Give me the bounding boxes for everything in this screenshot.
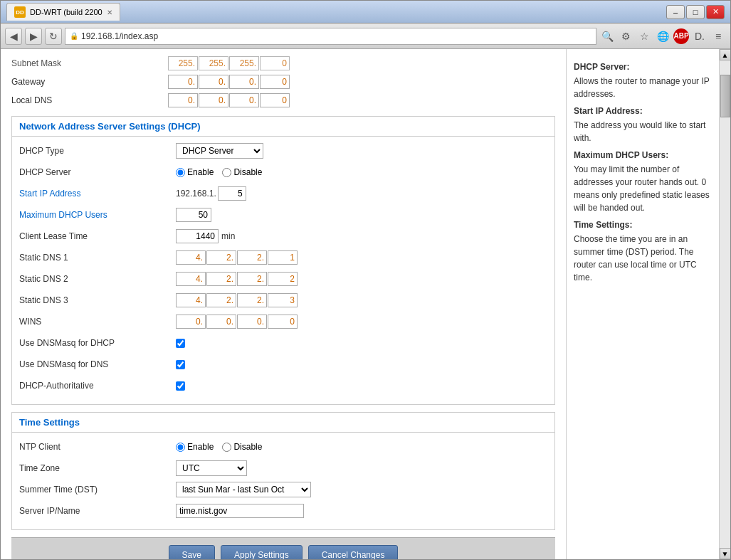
more-icon[interactable]: ≡ [710,28,726,44]
static-dns1-octet-2[interactable] [206,250,236,265]
static-dns3-octet-2[interactable] [206,293,236,307]
static-dns3-octet-4[interactable] [268,293,298,307]
search-icon[interactable]: 🔍 [599,28,615,44]
sidebar-start-ip-heading: Start IP Address: [574,106,712,116]
apply-settings-button[interactable]: Apply Settings [221,545,303,559]
menu-icon[interactable]: D. [692,28,708,44]
refresh-button[interactable]: ↻ [45,28,62,45]
static-dns2-octet-2[interactable] [206,272,236,286]
static-dns3-octet-3[interactable] [237,293,267,307]
content-area: Subnet Mask Gateway [1,49,730,559]
tab-title: DD-WRT (build 2200 [30,8,102,16]
summer-time-select[interactable]: last Sun Mar - last Sun Oct Disabled [176,482,311,497]
static-dns1-octet-4[interactable] [268,250,298,265]
wins-octet-3[interactable] [237,315,267,329]
sidebar: DHCP Server: Allows the router to manage… [566,49,719,559]
lease-time-row: Client Lease Time min [19,228,547,245]
dhcp-auth-label: DHCP-Authoritative [19,381,176,391]
gateway-octet-1[interactable] [168,75,198,89]
gateway-octet-4[interactable] [260,75,290,89]
close-button[interactable]: ✕ [706,5,725,19]
dhcp-server-enable-label[interactable]: Enable [176,167,214,177]
dhcp-type-select[interactable]: DHCP Server DHCP Forwarder Disabled [176,143,263,159]
local-dns-octet-4[interactable] [260,93,290,107]
dhcp-section-header: Network Address Server Settings (DHCP) [12,117,554,137]
static-dns2-octet-1[interactable] [176,272,206,286]
gateway-inputs [168,75,290,89]
server-ip-input[interactable] [176,504,304,518]
static-dns1-octet-1[interactable] [176,250,206,265]
address-bar[interactable]: 🔒 192.168.1/index.asp [65,28,596,45]
dnsmasq-dns-checkbox[interactable] [176,360,185,369]
browser-icon[interactable]: 🌐 [655,28,670,44]
subnet-octet-3[interactable] [229,56,259,70]
static-dns2-octet-3[interactable] [237,272,267,286]
scroll-track[interactable] [720,60,731,548]
tools-icon[interactable]: ⚙ [618,28,633,44]
browser-tab[interactable]: DD DD-WRT (build 2200 ✕ [6,3,120,21]
subnet-octet-4[interactable] [260,56,290,70]
scroll-thumb[interactable] [720,75,730,117]
local-dns-octet-1[interactable] [168,93,198,107]
server-ip-row: Server IP/Name [19,502,547,519]
subnet-octet-1[interactable] [168,56,198,70]
wins-octet-4[interactable] [268,315,298,329]
ntp-disable-radio[interactable] [222,443,231,452]
time-zone-select[interactable]: UTC EST CST MST PST [176,460,247,476]
lease-time-input[interactable] [176,229,219,243]
gateway-octet-2[interactable] [199,75,228,89]
cancel-changes-button[interactable]: Cancel Changes [308,545,399,559]
ntp-client-control: Enable Disable [176,442,262,452]
save-button[interactable]: Save [169,545,215,559]
ntp-disable-label[interactable]: Disable [222,442,262,452]
nav-right: 🔍 ⚙ ☆ 🌐 ABP D. ≡ [599,28,726,44]
subnet-mask-row: Subnet Mask [11,56,555,70]
tab-close-button[interactable]: ✕ [107,9,112,16]
local-dns-label: Local DNS [11,95,168,105]
page-content: Subnet Mask Gateway [1,49,566,559]
dhcp-server-disable-radio[interactable] [222,168,231,177]
maximize-button[interactable]: □ [686,5,705,19]
back-button[interactable]: ◀ [5,28,22,45]
max-users-input[interactable] [176,208,211,222]
scroll-down-button[interactable]: ▼ [720,548,731,559]
bookmark-icon[interactable]: ☆ [636,28,652,44]
ntp-enable-radio[interactable] [176,443,185,452]
local-dns-octet-3[interactable] [229,93,259,107]
sidebar-dhcp-server-heading: DHCP Server: [574,62,712,72]
static-dns3-label: Static DNS 3 [19,295,176,305]
dhcp-server-enable-radio[interactable] [176,168,185,177]
forward-button[interactable]: ▶ [25,28,42,45]
local-dns-row: Local DNS [11,93,555,107]
minimize-button[interactable]: – [666,5,685,19]
time-section-title: Time Settings [19,417,80,428]
static-dns2-inputs [176,272,298,286]
subnet-mask-inputs [168,56,290,70]
gateway-label: Gateway [11,77,168,87]
adblock-button[interactable]: ABP [673,28,689,44]
dnsmasq-dhcp-label: Use DNSMasq for DHCP [19,338,176,348]
ntp-enable-label[interactable]: Enable [176,442,214,452]
button-bar: Save Apply Settings Cancel Changes [11,537,555,559]
server-ip-control [176,504,304,518]
start-ip-input[interactable] [218,186,246,201]
scroll-up-button[interactable]: ▲ [720,49,731,60]
wins-octet-2[interactable] [206,315,236,329]
start-ip-prefix: 192.168.1. [176,189,216,199]
sidebar-start-ip-text: The address you would like to start with… [574,119,712,144]
dhcp-type-control: DHCP Server DHCP Forwarder Disabled [176,143,263,159]
static-dns2-octet-4[interactable] [268,272,298,286]
dhcp-auth-checkbox[interactable] [176,381,185,391]
dhcp-server-disable-label[interactable]: Disable [222,167,262,177]
gateway-octet-3[interactable] [229,75,259,89]
dnsmasq-dhcp-checkbox[interactable] [176,339,185,348]
subnet-octet-2[interactable] [199,56,228,70]
dhcp-server-row: DHCP Server Enable Disable [19,164,547,181]
local-dns-octet-2[interactable] [199,93,228,107]
static-dns3-row: Static DNS 3 [19,292,547,309]
window-controls: – □ ✕ [666,5,725,19]
static-dns1-octet-3[interactable] [237,250,267,265]
dhcp-server-control: Enable Disable [176,167,262,177]
wins-octet-1[interactable] [176,315,206,329]
static-dns3-octet-1[interactable] [176,293,206,307]
